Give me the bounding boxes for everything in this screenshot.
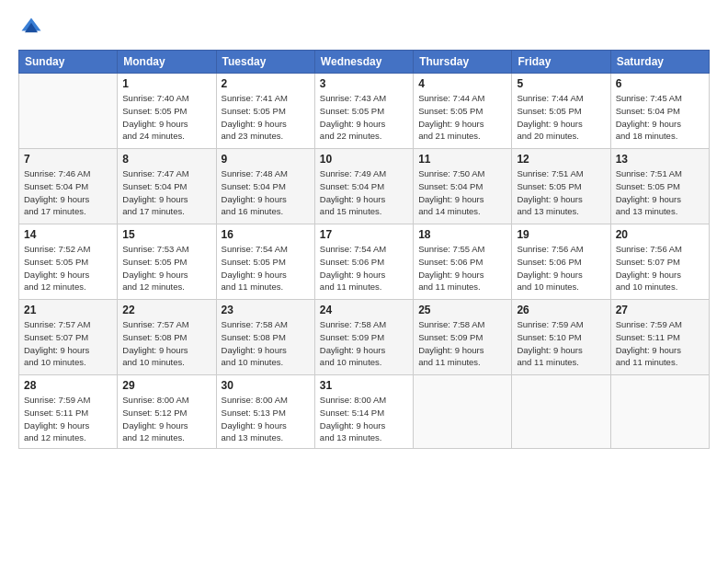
day-number: 19 xyxy=(517,228,605,241)
calendar-cell: 14Sunrise: 7:52 AM Sunset: 5:05 PM Dayli… xyxy=(19,224,118,300)
day-number: 28 xyxy=(24,379,112,392)
calendar-cell: 10Sunrise: 7:49 AM Sunset: 5:04 PM Dayli… xyxy=(314,149,413,224)
header xyxy=(18,15,710,40)
day-number: 7 xyxy=(24,153,112,166)
week-row-4: 21Sunrise: 7:57 AM Sunset: 5:07 PM Dayli… xyxy=(19,300,710,375)
day-info: Sunrise: 7:53 AM Sunset: 5:05 PM Dayligh… xyxy=(122,243,210,293)
calendar-cell: 25Sunrise: 7:58 AM Sunset: 5:09 PM Dayli… xyxy=(414,300,512,375)
day-info: Sunrise: 7:52 AM Sunset: 5:05 PM Dayligh… xyxy=(24,243,112,293)
calendar-cell xyxy=(610,375,709,449)
calendar-cell: 15Sunrise: 7:53 AM Sunset: 5:05 PM Dayli… xyxy=(118,224,216,300)
day-info: Sunrise: 7:58 AM Sunset: 5:08 PM Dayligh… xyxy=(222,318,310,369)
day-info: Sunrise: 7:54 AM Sunset: 5:05 PM Dayligh… xyxy=(222,243,310,293)
weekday-header-saturday: Saturday xyxy=(610,51,709,74)
week-row-3: 14Sunrise: 7:52 AM Sunset: 5:05 PM Dayli… xyxy=(19,224,710,300)
day-info: Sunrise: 7:44 AM Sunset: 5:05 PM Dayligh… xyxy=(418,92,506,143)
weekday-header-thursday: Thursday xyxy=(414,51,512,74)
day-number: 4 xyxy=(418,77,506,90)
day-number: 10 xyxy=(320,153,408,166)
week-row-1: 1Sunrise: 7:40 AM Sunset: 5:05 PM Daylig… xyxy=(19,74,710,149)
weekday-header-tuesday: Tuesday xyxy=(216,51,314,74)
day-number: 17 xyxy=(320,228,408,241)
calendar-cell xyxy=(512,375,610,449)
day-info: Sunrise: 8:00 AM Sunset: 5:12 PM Dayligh… xyxy=(122,394,210,444)
calendar-cell: 16Sunrise: 7:54 AM Sunset: 5:05 PM Dayli… xyxy=(216,224,314,300)
calendar-cell: 6Sunrise: 7:45 AM Sunset: 5:04 PM Daylig… xyxy=(610,74,709,149)
day-number: 16 xyxy=(222,228,310,241)
calendar-cell: 30Sunrise: 8:00 AM Sunset: 5:13 PM Dayli… xyxy=(216,375,314,449)
calendar-cell: 9Sunrise: 7:48 AM Sunset: 5:04 PM Daylig… xyxy=(216,149,314,224)
day-info: Sunrise: 7:51 AM Sunset: 5:05 PM Dayligh… xyxy=(517,167,605,218)
day-number: 15 xyxy=(122,228,210,241)
day-number: 23 xyxy=(222,304,310,316)
day-info: Sunrise: 7:58 AM Sunset: 5:09 PM Dayligh… xyxy=(418,318,506,369)
day-number: 6 xyxy=(616,77,704,90)
day-number: 31 xyxy=(320,379,408,392)
calendar-cell: 27Sunrise: 7:59 AM Sunset: 5:11 PM Dayli… xyxy=(610,300,709,375)
day-number: 22 xyxy=(122,304,210,316)
calendar-cell xyxy=(19,74,118,149)
day-info: Sunrise: 7:59 AM Sunset: 5:11 PM Dayligh… xyxy=(24,394,112,444)
day-info: Sunrise: 7:45 AM Sunset: 5:04 PM Dayligh… xyxy=(616,92,704,143)
calendar-cell: 11Sunrise: 7:50 AM Sunset: 5:04 PM Dayli… xyxy=(414,149,512,224)
calendar-cell: 13Sunrise: 7:51 AM Sunset: 5:05 PM Dayli… xyxy=(610,149,709,224)
calendar-cell xyxy=(414,375,512,449)
day-number: 1 xyxy=(122,77,210,90)
calendar-cell: 5Sunrise: 7:44 AM Sunset: 5:05 PM Daylig… xyxy=(512,74,610,149)
calendar-cell: 8Sunrise: 7:47 AM Sunset: 5:04 PM Daylig… xyxy=(118,149,216,224)
day-number: 24 xyxy=(320,304,408,316)
calendar-cell: 22Sunrise: 7:57 AM Sunset: 5:08 PM Dayli… xyxy=(118,300,216,375)
day-info: Sunrise: 7:44 AM Sunset: 5:05 PM Dayligh… xyxy=(517,92,605,143)
calendar-cell: 29Sunrise: 8:00 AM Sunset: 5:12 PM Dayli… xyxy=(118,375,216,449)
day-number: 13 xyxy=(616,153,704,166)
day-info: Sunrise: 7:50 AM Sunset: 5:04 PM Dayligh… xyxy=(418,167,506,218)
day-number: 2 xyxy=(222,77,310,90)
day-number: 11 xyxy=(418,153,506,166)
day-number: 25 xyxy=(418,304,506,316)
logo xyxy=(18,15,46,40)
day-info: Sunrise: 7:57 AM Sunset: 5:07 PM Dayligh… xyxy=(24,318,112,369)
day-info: Sunrise: 7:59 AM Sunset: 5:11 PM Dayligh… xyxy=(616,318,704,369)
day-info: Sunrise: 7:46 AM Sunset: 5:04 PM Dayligh… xyxy=(24,167,112,218)
day-info: Sunrise: 7:56 AM Sunset: 5:07 PM Dayligh… xyxy=(616,243,704,293)
day-number: 20 xyxy=(616,228,704,241)
calendar-cell: 21Sunrise: 7:57 AM Sunset: 5:07 PM Dayli… xyxy=(19,300,118,375)
calendar-cell: 17Sunrise: 7:54 AM Sunset: 5:06 PM Dayli… xyxy=(314,224,413,300)
day-info: Sunrise: 7:56 AM Sunset: 5:06 PM Dayligh… xyxy=(517,243,605,293)
day-info: Sunrise: 7:47 AM Sunset: 5:04 PM Dayligh… xyxy=(122,167,210,218)
day-info: Sunrise: 7:59 AM Sunset: 5:10 PM Dayligh… xyxy=(517,318,605,369)
calendar-cell: 7Sunrise: 7:46 AM Sunset: 5:04 PM Daylig… xyxy=(19,149,118,224)
day-number: 27 xyxy=(616,304,704,316)
calendar-cell: 28Sunrise: 7:59 AM Sunset: 5:11 PM Dayli… xyxy=(19,375,118,449)
weekday-header-row: SundayMondayTuesdayWednesdayThursdayFrid… xyxy=(19,51,710,74)
calendar-cell: 19Sunrise: 7:56 AM Sunset: 5:06 PM Dayli… xyxy=(512,224,610,300)
week-row-5: 28Sunrise: 7:59 AM Sunset: 5:11 PM Dayli… xyxy=(19,375,710,449)
day-info: Sunrise: 7:48 AM Sunset: 5:04 PM Dayligh… xyxy=(222,167,310,218)
week-row-2: 7Sunrise: 7:46 AM Sunset: 5:04 PM Daylig… xyxy=(19,149,710,224)
weekday-header-friday: Friday xyxy=(512,51,610,74)
day-info: Sunrise: 7:55 AM Sunset: 5:06 PM Dayligh… xyxy=(418,243,506,293)
page: SundayMondayTuesdayWednesdayThursdayFrid… xyxy=(0,0,728,563)
day-number: 8 xyxy=(122,153,210,166)
calendar-cell: 23Sunrise: 7:58 AM Sunset: 5:08 PM Dayli… xyxy=(216,300,314,375)
day-number: 29 xyxy=(122,379,210,392)
day-info: Sunrise: 7:58 AM Sunset: 5:09 PM Dayligh… xyxy=(320,318,408,369)
weekday-header-wednesday: Wednesday xyxy=(314,51,413,74)
day-number: 21 xyxy=(24,304,112,316)
day-info: Sunrise: 8:00 AM Sunset: 5:14 PM Dayligh… xyxy=(320,394,408,444)
day-info: Sunrise: 7:41 AM Sunset: 5:05 PM Dayligh… xyxy=(222,92,310,143)
logo-icon xyxy=(18,15,44,40)
calendar-cell: 3Sunrise: 7:43 AM Sunset: 5:05 PM Daylig… xyxy=(314,74,413,149)
weekday-header-sunday: Sunday xyxy=(19,51,118,74)
day-number: 18 xyxy=(418,228,506,241)
calendar-table: SundayMondayTuesdayWednesdayThursdayFrid… xyxy=(18,50,710,449)
day-number: 30 xyxy=(222,379,310,392)
day-info: Sunrise: 7:57 AM Sunset: 5:08 PM Dayligh… xyxy=(122,318,210,369)
day-info: Sunrise: 7:54 AM Sunset: 5:06 PM Dayligh… xyxy=(320,243,408,293)
day-number: 9 xyxy=(222,153,310,166)
day-info: Sunrise: 7:51 AM Sunset: 5:05 PM Dayligh… xyxy=(616,167,704,218)
day-info: Sunrise: 7:43 AM Sunset: 5:05 PM Dayligh… xyxy=(320,92,408,143)
calendar-cell: 24Sunrise: 7:58 AM Sunset: 5:09 PM Dayli… xyxy=(314,300,413,375)
day-number: 3 xyxy=(320,77,408,90)
weekday-header-monday: Monday xyxy=(118,51,216,74)
